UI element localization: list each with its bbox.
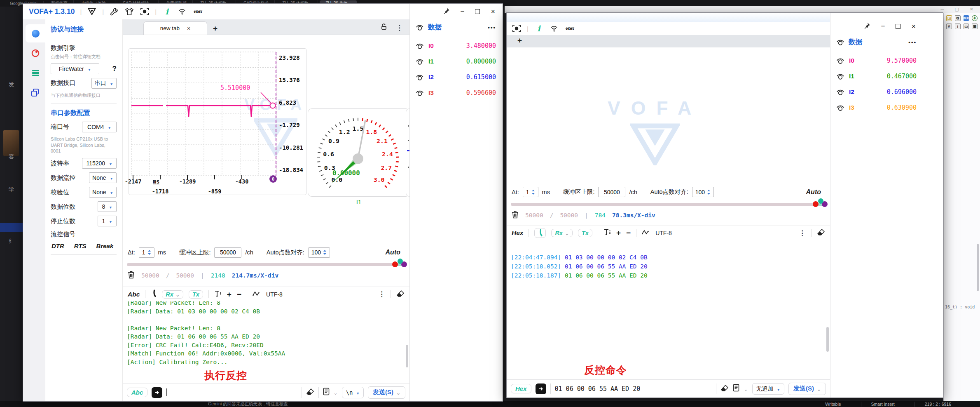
font-decrease-button[interactable]: − [626,228,631,238]
slider-track[interactable] [511,203,826,206]
lock-open-icon[interactable] [380,23,388,32]
iface-select[interactable]: 串口 [91,78,117,89]
line-chart-widget[interactable]: 23.92815.3766.823-1.729-10.281-18.834 ms… [129,48,306,195]
stopbits-select[interactable]: 1 [98,216,117,226]
sidebar-item-connection[interactable] [26,24,45,42]
close-icon[interactable] [491,7,495,16]
slider-handle-cursor[interactable] [398,259,403,264]
rx-filter-button[interactable]: Rx [162,290,183,299]
flowctl-select[interactable]: None [89,172,117,183]
databits-select[interactable]: 8 [98,201,117,212]
buffer-input[interactable]: 50000 [598,187,625,197]
hex-mode-button[interactable]: Hex [512,229,523,237]
auto-scale-label[interactable]: Auto [386,249,405,256]
font-increase-button[interactable]: + [616,228,621,238]
fingerprint-icon[interactable] [177,7,187,16]
tab-close-icon[interactable] [187,25,190,32]
visibility-eye-icon[interactable] [416,24,424,31]
collapse-panel-icon[interactable]: ««« [564,24,574,33]
port-select[interactable]: COM4 [82,122,117,132]
text-mode-button[interactable]: Abc [128,291,140,298]
close-icon[interactable] [911,22,916,31]
pin-icon[interactable] [864,22,870,31]
ide-package-icon[interactable]: ◳ [946,15,952,21]
send-history-icon[interactable] [733,384,739,393]
send-input-field[interactable]: 01 06 00 06 55 AA ED 20 [555,385,712,393]
visibility-eye-icon[interactable] [836,89,844,96]
send-history-icon[interactable] [323,388,330,397]
settings-wrench-icon[interactable] [109,7,119,16]
send-button[interactable]: 发送(S) [788,383,826,395]
spinner-arrows-icon[interactable] [323,249,327,255]
visibility-eye-icon[interactable] [416,74,424,81]
visibility-eye-icon[interactable] [836,73,844,80]
log-menu-icon[interactable] [378,290,385,299]
clear-log-eraser-icon[interactable] [396,290,405,299]
background-minimize-icon[interactable]: ─ [941,7,944,12]
timeline-slider[interactable] [123,259,409,269]
encoding-label[interactable]: UTF-8 [266,291,283,298]
pause-hook-icon[interactable] [151,289,157,299]
text-format-icon[interactable] [603,228,611,238]
clear-input-eraser-icon[interactable] [306,388,314,397]
collapse-panel-icon[interactable]: ««« [192,7,202,16]
newline-select[interactable]: \n [342,387,364,398]
window1-titlebar[interactable]: VOFA+ 1.3.10 | | | i [23,4,409,19]
sidebar-item-list[interactable] [26,64,45,82]
slider-handle-start[interactable] [813,201,819,207]
visibility-eye-icon[interactable] [416,42,424,49]
add-tab-button[interactable]: + [517,36,522,47]
slider-handle-cursor[interactable] [818,198,823,204]
minimize-icon[interactable] [881,22,885,31]
info-icon[interactable]: i [162,7,172,16]
visibility-eye-icon[interactable] [836,57,844,64]
encoding-label[interactable]: UTF-8 [655,230,672,236]
ide-grid-icon[interactable]: # [946,24,952,29]
dt-stepper[interactable]: 1 [523,187,538,197]
break-button[interactable]: Break [96,242,114,249]
minimize-icon[interactable] [461,7,465,16]
fingerprint-icon[interactable] [549,24,559,33]
screenshot-capture-icon[interactable] [140,7,150,16]
theme-shirt-icon[interactable] [124,7,134,16]
timeline-slider[interactable] [507,199,830,209]
tab-menu-icon[interactable] [396,24,403,32]
visibility-eye-icon[interactable] [416,89,424,96]
align-stepper[interactable]: 100 [308,247,330,258]
maximize-icon[interactable] [475,9,480,14]
spinner-arrows-icon[interactable] [531,189,535,195]
send-button[interactable]: 发送(S) [368,386,405,399]
log-menu-icon[interactable] [799,229,806,238]
append-mode-select[interactable]: 无追加 [752,383,784,395]
background-maximize-icon[interactable]: ▢ [954,7,959,12]
parity-select[interactable]: None [89,187,117,198]
dt-stepper[interactable]: 1 [139,247,154,258]
sidebar-item-engine[interactable] [26,44,45,62]
add-tab-button[interactable]: + [213,24,218,35]
help-button[interactable]: ? [112,65,117,73]
dtr-button[interactable]: DTR [51,242,64,249]
tx-filter-button[interactable]: Tx [578,229,592,237]
background-close-icon[interactable]: ✕ [970,7,973,12]
serial-log-area[interactable]: [22:04:47.894] 01 03 00 00 00 02 C4 0B[2… [507,240,830,380]
info-icon[interactable]: i [534,24,544,33]
clear-buffer-icon[interactable] [512,211,519,220]
serial-log-area[interactable]: [Radar] New Packet! Len: 8[Radar] Data: … [123,301,409,383]
font-increase-button[interactable]: + [227,290,232,299]
text-format-icon[interactable] [214,290,222,299]
rx-filter-button[interactable]: Rx [551,229,573,237]
tx-filter-button[interactable]: Tx [189,290,203,299]
gauge-widget[interactable]: 0.00.30.60.91.21.51.82.12.42.73.00.00000 [308,108,409,197]
ide-panel-icon[interactable]: ▣ [972,24,978,29]
ide-copy-icon[interactable]: ⧉ [955,15,961,21]
auto-scale-label[interactable]: Auto [806,188,825,196]
align-stepper[interactable]: 100 [692,187,714,197]
data-panel-menu-icon[interactable]: ••• [908,39,917,45]
clear-buffer-icon[interactable] [128,271,135,280]
ide-bug-icon[interactable]: ✳ [972,15,978,21]
ide-mx-badge[interactable]: MX [964,15,969,21]
engine-select[interactable]: FireWater [51,64,99,74]
window2-titlebar[interactable] [507,13,830,22]
ide-minimize-icon[interactable]: ▭ [964,24,969,29]
baud-select[interactable]: 115200 [82,158,117,169]
